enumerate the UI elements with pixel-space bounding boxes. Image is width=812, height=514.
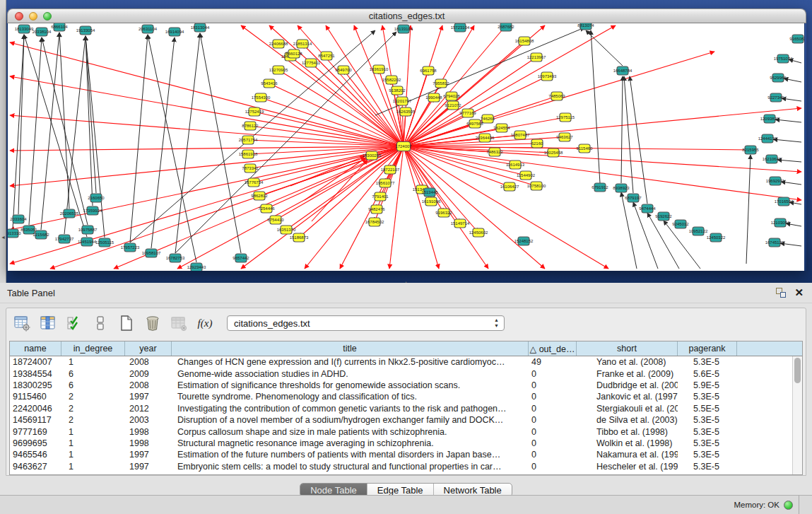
table-cell[interactable]: 0 [529, 392, 577, 402]
table-row[interactable]: 1872400712008Changes of HCN gene express… [10, 356, 792, 368]
table-cell[interactable]: 18300295 [10, 380, 61, 390]
node-table-header[interactable]: namein_degreeyeartitle△ out_de…shortpage… [10, 341, 802, 356]
table-cell[interactable]: 1998 [125, 427, 172, 437]
table-cell[interactable]: de Silva et al. (2003) [577, 415, 678, 425]
table-cell[interactable]: 2012 [125, 404, 172, 414]
table-cell[interactable]: 0 [529, 462, 577, 472]
table-cell[interactable]: 9463627 [10, 462, 61, 472]
delete-table-icon[interactable] [144, 315, 161, 332]
collapsed-west-panel[interactable]: ◄ [0, 0, 6, 283]
table-row[interactable]: 1938455462009Genome-wide association stu… [10, 368, 792, 379]
table-cell[interactable]: 2008 [125, 357, 172, 367]
table-cell[interactable]: Disruption of a novel member of a sodium… [172, 415, 529, 425]
table-cell[interactable]: 2 [61, 404, 125, 414]
table-row[interactable]: 2242004622012Investigating the contribut… [10, 403, 792, 414]
table-cell[interactable]: Hescheler et al. (1997) [577, 462, 678, 472]
table-row[interactable]: 946362711997Embryonic stem cells: a mode… [10, 461, 792, 472]
table-row[interactable]: 911546021997Tourette syndrome. Phenomeno… [10, 391, 792, 402]
table-cell[interactable]: Jankovic et al. (1997) [577, 392, 678, 402]
table-cell[interactable]: 5.3E-5 [678, 392, 737, 402]
table-cell[interactable]: 0 [529, 415, 577, 425]
table-cell[interactable]: 1998 [125, 438, 172, 448]
table-cell[interactable]: 0 [529, 369, 577, 379]
network-view-window[interactable]: citations_edges.txt 21851314184202251327… [7, 8, 806, 271]
table-cell[interactable]: 1 [61, 450, 125, 460]
table-vertical-scrollbar[interactable] [792, 356, 802, 474]
table-cell[interactable]: 1997 [125, 450, 172, 460]
table-cell[interactable]: 5.3E-5 [678, 438, 737, 448]
network-window-titlebar[interactable]: citations_edges.txt [7, 8, 806, 23]
table-cell[interactable]: 1 [61, 438, 125, 448]
table-cell[interactable]: 0 [529, 380, 577, 390]
table-cell[interactable]: Yano et al. (2008) [577, 357, 678, 367]
table-cell[interactable]: Embryonic stem cells: a model to study s… [172, 462, 529, 472]
table-cell[interactable]: 18724007 [10, 357, 61, 367]
table-cell[interactable]: 9465546 [10, 450, 61, 460]
table-cell[interactable]: 0 [529, 438, 577, 448]
show-column-icon[interactable] [40, 315, 57, 332]
table-cell[interactable]: 14569117 [10, 415, 61, 425]
scrollbar-thumb[interactable] [794, 358, 801, 383]
table-cell[interactable]: Genome-wide association studies in ADHD. [172, 369, 529, 379]
table-cell[interactable]: Estimation of significance thresholds fo… [172, 380, 529, 390]
table-row[interactable]: 946554611997Estimation of the future num… [10, 449, 792, 460]
table-cell[interactable]: 0 [529, 450, 577, 460]
table-row[interactable]: 977716911998Corpus callosum shape and si… [10, 426, 792, 437]
column-header-out_de[interactable]: △ out_de… [529, 341, 577, 356]
table-cell[interactable]: 49 [529, 357, 577, 367]
table-cell[interactable]: 0 [529, 404, 577, 414]
column-header-short[interactable]: short [577, 341, 678, 356]
table-cell[interactable]: 5.3E-5 [678, 415, 737, 425]
memory-ok-indicator-icon[interactable] [784, 501, 793, 510]
table-cell[interactable]: 2008 [125, 380, 172, 390]
table-cell[interactable]: Wolkin et al. (1998) [577, 438, 678, 448]
table-cell[interactable]: Corpus callosum shape and size in male p… [172, 427, 529, 437]
table-cell[interactable]: Tibbo et al. (1998) [577, 427, 678, 437]
table-cell[interactable]: 1 [61, 462, 125, 472]
column-header-year[interactable]: year [125, 341, 172, 356]
table-cell[interactable]: 1 [61, 427, 125, 437]
table-cell[interactable]: 1997 [125, 462, 172, 472]
table-cell[interactable]: Dudbridge et al. (2008) [577, 380, 678, 390]
table-cell[interactable]: 0 [529, 427, 577, 437]
table-cell[interactable]: 2 [61, 415, 125, 425]
row-height-icon[interactable] [92, 315, 109, 332]
table-cell[interactable]: 2 [61, 392, 125, 402]
table-cell[interactable]: 2009 [125, 369, 172, 379]
node-table-rows[interactable]: 1872400712008Changes of HCN gene express… [10, 356, 792, 474]
citation-network-graph[interactable]: 2185131418420225132709059543416175543001… [8, 23, 805, 271]
table-selector-dropdown[interactable]: citations_edges.txt ▲▼ [227, 315, 505, 331]
table-cell[interactable]: 1 [61, 357, 125, 367]
table-cell[interactable]: 6 [61, 380, 125, 390]
table-cell[interactable]: 9115460 [10, 392, 61, 402]
table-cell[interactable]: 5.5E-5 [678, 404, 737, 414]
table-cell[interactable]: Investigating the contribution of common… [172, 404, 529, 414]
table-cell[interactable]: Structural magnetic resonance image aver… [172, 438, 529, 448]
table-cell[interactable]: Franke et al. (2009) [577, 369, 678, 379]
table-row[interactable]: 969969511998Structural magnetic resonanc… [10, 438, 792, 449]
float-panel-icon[interactable] [776, 288, 786, 298]
table-cell[interactable]: 5.3E-5 [678, 462, 737, 472]
table-cell[interactable]: 6 [61, 369, 125, 379]
column-header-title[interactable]: title [172, 341, 529, 356]
selection-mode-icon[interactable] [66, 315, 83, 332]
table-cell[interactable]: 5.6E-5 [678, 369, 737, 379]
column-header-pagerank[interactable]: pagerank [678, 341, 737, 356]
table-cell[interactable]: 5.3E-5 [678, 427, 737, 437]
table-cell[interactable]: 19384554 [10, 369, 61, 379]
table-row[interactable]: 1830029562008Estimation of significance … [10, 380, 792, 391]
table-cell[interactable]: Changes of HCN gene expression and I(f) … [172, 357, 529, 367]
table-row[interactable]: 1456911722003Disruption of a novel membe… [10, 414, 792, 426]
table-cell[interactable]: Nakamura et al. (1997) [577, 450, 678, 460]
network-canvas[interactable]: 2185131418420225132709059543416175543001… [7, 23, 805, 271]
function-builder-icon[interactable]: f(x) [196, 315, 213, 332]
table-cell[interactable]: 5.9E-5 [678, 380, 737, 390]
table-cell[interactable]: 5.3E-5 [678, 357, 737, 367]
table-cell[interactable]: 5.3E-5 [678, 450, 737, 460]
table-cell[interactable]: Stergiakouli et al. (2012) [577, 404, 678, 414]
column-header-name[interactable]: name [10, 341, 61, 356]
table-cell[interactable]: 1997 [125, 392, 172, 402]
table-cell[interactable]: 9777169 [10, 427, 61, 437]
table-options-icon[interactable] [13, 315, 30, 332]
close-panel-icon[interactable]: ✕ [794, 288, 804, 298]
